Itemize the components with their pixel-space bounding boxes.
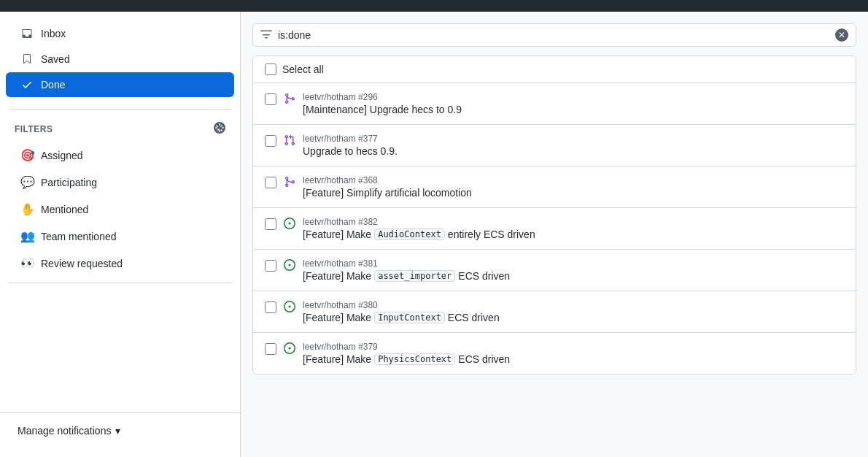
bookmark-icon bbox=[20, 53, 34, 66]
search-input[interactable] bbox=[278, 29, 829, 41]
review-requested-emoji: 👀 bbox=[20, 256, 34, 270]
inbox-label: Inbox bbox=[41, 28, 66, 39]
row-title: [Maintenance] Upgrade hecs to 0.9 bbox=[303, 104, 844, 115]
issue-open-icon bbox=[284, 301, 295, 315]
row-title-code: PhysicsContext bbox=[374, 353, 455, 365]
notification-row[interactable]: leetvr/hotham #377 Upgrade to hecs 0.9. bbox=[253, 125, 856, 166]
sidebar-item-saved[interactable]: Saved bbox=[6, 47, 234, 72]
row-checkbox[interactable] bbox=[265, 260, 276, 272]
sidebar-item-done[interactable]: Done bbox=[6, 72, 234, 97]
merged-pr-icon bbox=[284, 176, 295, 190]
select-all-label[interactable]: Select all bbox=[265, 64, 324, 75]
sidebar-divider-1 bbox=[9, 110, 231, 110]
row-title: [Feature] Make asset_importer ECS driven bbox=[303, 270, 844, 282]
row-content: leetvr/hotham #380 [Feature] Make InputC… bbox=[303, 300, 844, 323]
row-title-code: AudioContext bbox=[374, 228, 445, 240]
row-checkbox[interactable] bbox=[265, 135, 276, 147]
merged-pr-icon bbox=[284, 93, 295, 107]
issue-open-icon bbox=[284, 218, 295, 231]
row-title: [Feature] Simplify artificial locomotion bbox=[303, 187, 844, 199]
notification-row[interactable]: leetvr/hotham #382 [Feature] Make AudioC… bbox=[253, 208, 856, 250]
select-all-checkbox[interactable] bbox=[265, 64, 276, 75]
row-checkbox[interactable] bbox=[265, 93, 276, 105]
filter-participating[interactable]: 💬 Participating bbox=[6, 169, 234, 195]
row-repo: leetvr/hotham #377 bbox=[303, 134, 844, 144]
filter-mentioned-label: Mentioned bbox=[41, 204, 88, 215]
notification-row[interactable]: leetvr/hotham #296 [Maintenance] Upgrade… bbox=[253, 83, 856, 125]
filter-assigned-label: Assigned bbox=[41, 150, 83, 161]
manage-section: Manage notifications ▾ bbox=[0, 412, 240, 448]
filters-header: Filters bbox=[0, 116, 240, 142]
row-checkbox[interactable] bbox=[265, 177, 276, 188]
row-repo: leetvr/hotham #380 bbox=[303, 300, 844, 310]
team-mentioned-emoji: 👥 bbox=[20, 229, 34, 243]
search-bar: ✕ bbox=[252, 23, 856, 47]
participating-emoji: 💬 bbox=[20, 175, 34, 189]
filter-team-mentioned-label: Team mentioned bbox=[41, 231, 117, 242]
row-title: Upgrade to hecs 0.9. bbox=[303, 145, 844, 157]
filter-icon bbox=[260, 29, 272, 41]
inbox-icon bbox=[20, 27, 34, 40]
notifications-list: Select all leetvr/hotham #296 [Maintenan… bbox=[252, 55, 856, 375]
row-repo: leetvr/hotham #368 bbox=[303, 175, 844, 185]
list-header: Select all bbox=[253, 56, 856, 83]
main-content: ✕ Select all leetvr/hotham bbox=[241, 12, 868, 457]
row-title-code: InputContext bbox=[374, 312, 445, 323]
saved-label: Saved bbox=[41, 53, 70, 65]
filter-assigned[interactable]: 🎯 Assigned bbox=[6, 142, 234, 168]
row-checkbox[interactable] bbox=[265, 218, 276, 230]
manage-notifications-label: Manage notifications bbox=[18, 425, 111, 437]
assigned-emoji: 🎯 bbox=[20, 148, 34, 162]
filter-review-requested-label: Review requested bbox=[41, 258, 123, 269]
row-title: [Feature] Make PhysicsContext ECS driven bbox=[303, 353, 844, 365]
row-repo: leetvr/hotham #381 bbox=[303, 258, 844, 269]
filter-review-requested[interactable]: 👀 Review requested bbox=[6, 250, 234, 276]
row-repo: leetvr/hotham #382 bbox=[303, 217, 844, 227]
sidebar-divider-2 bbox=[9, 283, 231, 283]
gear-icon[interactable] bbox=[214, 122, 225, 136]
row-content: leetvr/hotham #296 [Maintenance] Upgrade… bbox=[303, 92, 844, 115]
row-title: [Feature] Make AudioContext entirely ECS… bbox=[303, 228, 844, 240]
notification-row[interactable]: leetvr/hotham #380 [Feature] Make InputC… bbox=[253, 291, 856, 333]
row-title-code: asset_importer bbox=[374, 270, 455, 282]
check-icon bbox=[20, 78, 34, 91]
manage-dropdown-icon: ▾ bbox=[115, 425, 120, 437]
sidebar-nav: Inbox Saved Done bbox=[0, 20, 240, 104]
row-checkbox[interactable] bbox=[265, 302, 276, 313]
row-content: leetvr/hotham #381 [Feature] Make asset_… bbox=[303, 258, 844, 282]
filter-participating-label: Participating bbox=[41, 177, 97, 188]
row-repo: leetvr/hotham #379 bbox=[303, 342, 844, 352]
filter-mentioned[interactable]: ✋ Mentioned bbox=[6, 196, 234, 222]
row-title: [Feature] Make InputContext ECS driven bbox=[303, 312, 844, 323]
done-label: Done bbox=[41, 79, 65, 91]
row-repo: leetvr/hotham #296 bbox=[303, 92, 844, 102]
row-content: leetvr/hotham #382 [Feature] Make AudioC… bbox=[303, 217, 844, 240]
notification-row[interactable]: leetvr/hotham #368 [Feature] Simplify ar… bbox=[253, 166, 856, 208]
sidebar-item-inbox[interactable]: Inbox bbox=[6, 21, 234, 46]
search-clear-button[interactable]: ✕ bbox=[835, 28, 848, 42]
issue-open-icon bbox=[284, 259, 295, 273]
sidebar: Inbox Saved Done bbox=[0, 12, 241, 457]
row-content: leetvr/hotham #368 [Feature] Simplify ar… bbox=[303, 175, 844, 199]
select-all-text: Select all bbox=[282, 64, 324, 75]
layout: Inbox Saved Done bbox=[0, 12, 868, 457]
top-bar bbox=[0, 0, 868, 12]
filter-team-mentioned[interactable]: 👥 Team mentioned bbox=[6, 223, 234, 249]
filters-label: Filters bbox=[15, 124, 53, 134]
row-checkbox[interactable] bbox=[265, 343, 276, 355]
manage-notifications-button[interactable]: Manage notifications ▾ bbox=[9, 419, 231, 442]
notification-row[interactable]: leetvr/hotham #379 [Feature] Make Physic… bbox=[253, 333, 856, 374]
notification-row[interactable]: leetvr/hotham #381 [Feature] Make asset_… bbox=[253, 250, 856, 291]
row-content: leetvr/hotham #379 [Feature] Make Physic… bbox=[303, 342, 844, 365]
row-content: leetvr/hotham #377 Upgrade to hecs 0.9. bbox=[303, 134, 844, 157]
issue-open-icon bbox=[284, 342, 295, 356]
pr-open-icon bbox=[284, 134, 295, 148]
mentioned-emoji: ✋ bbox=[20, 202, 34, 216]
